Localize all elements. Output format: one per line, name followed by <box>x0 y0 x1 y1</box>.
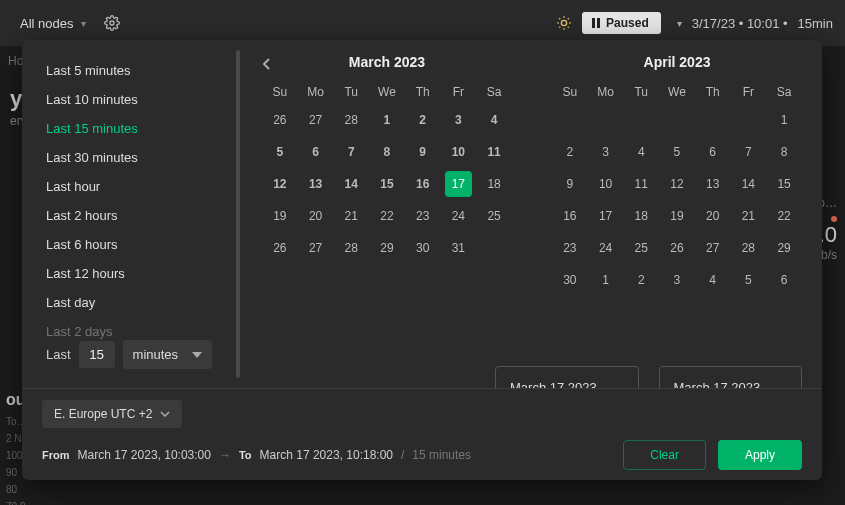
calendar-day[interactable]: 5 <box>262 136 298 168</box>
calendar-day[interactable]: 18 <box>623 200 659 232</box>
calendar-day[interactable]: 20 <box>695 200 731 232</box>
calendar-day[interactable] <box>476 232 512 264</box>
sun-icon[interactable] <box>556 15 572 31</box>
calendar-day[interactable]: 26 <box>262 104 298 136</box>
calendar-day[interactable]: 30 <box>405 232 441 264</box>
calendar-day[interactable]: 15 <box>369 168 405 200</box>
calendar-day[interactable]: 13 <box>695 168 731 200</box>
calendar-day[interactable]: 29 <box>766 232 802 264</box>
from-datetime-input[interactable]: March 17 2023, 10:03 <box>495 366 639 388</box>
calendar-day[interactable]: 8 <box>766 136 802 168</box>
calendar-day[interactable]: 19 <box>262 200 298 232</box>
calendar-day[interactable]: 21 <box>731 200 767 232</box>
calendar-day[interactable] <box>588 104 624 136</box>
calendar-day[interactable]: 28 <box>333 104 369 136</box>
calendar-day[interactable]: 12 <box>659 168 695 200</box>
calendar-day[interactable] <box>552 104 588 136</box>
calendar-day[interactable]: 3 <box>659 264 695 296</box>
preset-item[interactable]: Last 15 minutes <box>22 114 242 143</box>
preset-item[interactable]: Last hour <box>22 172 242 201</box>
calendar-day[interactable] <box>731 104 767 136</box>
calendar-day[interactable]: 9 <box>552 168 588 200</box>
preset-item[interactable]: Last 5 minutes <box>22 56 242 85</box>
calendar-day[interactable]: 26 <box>659 232 695 264</box>
chevron-down-icon[interactable]: ▾ <box>677 18 682 29</box>
calendar-day[interactable]: 10 <box>588 168 624 200</box>
calendar-day[interactable]: 7 <box>333 136 369 168</box>
calendar-day[interactable]: 10 <box>441 136 477 168</box>
calendar-day[interactable]: 22 <box>766 200 802 232</box>
calendar-day[interactable]: 13 <box>298 168 334 200</box>
timestamp-display[interactable]: 3/17/23 • 10:01 • <box>692 16 788 31</box>
calendar-day[interactable]: 2 <box>405 104 441 136</box>
preset-item[interactable]: Last day <box>22 288 242 317</box>
calendar-day[interactable]: 3 <box>441 104 477 136</box>
preset-item[interactable]: Last 30 minutes <box>22 143 242 172</box>
calendar-grid[interactable]: SuMoTuWeThFrSa12345678910111213141516171… <box>552 80 802 296</box>
calendar-day[interactable]: 1 <box>766 104 802 136</box>
calendar-day[interactable]: 28 <box>731 232 767 264</box>
calendar-day[interactable]: 18 <box>476 168 512 200</box>
calendar-day[interactable] <box>659 104 695 136</box>
calendar-day[interactable]: 19 <box>659 200 695 232</box>
gear-icon[interactable] <box>104 15 120 31</box>
calendar-day[interactable]: 9 <box>405 136 441 168</box>
calendar-day[interactable]: 6 <box>695 136 731 168</box>
last-n-unit-select[interactable]: minutes <box>123 340 213 369</box>
calendar-day[interactable]: 24 <box>441 200 477 232</box>
calendar-day[interactable]: 14 <box>333 168 369 200</box>
preset-item[interactable]: Last 12 hours <box>22 259 242 288</box>
calendar-day[interactable]: 14 <box>731 168 767 200</box>
calendar-day[interactable]: 7 <box>731 136 767 168</box>
calendar-day[interactable]: 23 <box>552 232 588 264</box>
calendar-day[interactable]: 11 <box>476 136 512 168</box>
calendar-day[interactable]: 27 <box>695 232 731 264</box>
window-display[interactable]: 15min <box>798 16 833 31</box>
calendar-day[interactable]: 15 <box>766 168 802 200</box>
clear-button[interactable]: Clear <box>623 440 706 470</box>
play-pause-button[interactable]: Paused <box>582 12 661 34</box>
calendar-day[interactable]: 2 <box>623 264 659 296</box>
preset-item[interactable]: Last 6 hours <box>22 230 242 259</box>
calendar-day[interactable]: 4 <box>476 104 512 136</box>
calendar-day[interactable] <box>695 104 731 136</box>
nodes-dropdown[interactable]: All nodes ▾ <box>12 12 94 35</box>
calendar-day[interactable]: 17 <box>588 200 624 232</box>
calendar-day[interactable]: 16 <box>405 168 441 200</box>
calendar-day[interactable]: 11 <box>623 168 659 200</box>
calendar-day[interactable]: 16 <box>552 200 588 232</box>
calendar-day[interactable]: 30 <box>552 264 588 296</box>
calendar-day[interactable]: 22 <box>369 200 405 232</box>
calendar-day[interactable]: 27 <box>298 104 334 136</box>
calendar-day[interactable]: 26 <box>262 232 298 264</box>
calendar-day[interactable]: 6 <box>766 264 802 296</box>
calendar-day[interactable]: 23 <box>405 200 441 232</box>
calendar-day[interactable]: 1 <box>588 264 624 296</box>
calendar-day[interactable] <box>623 104 659 136</box>
calendar-day[interactable]: 21 <box>333 200 369 232</box>
calendar-day[interactable]: 4 <box>623 136 659 168</box>
calendar-day[interactable]: 25 <box>476 200 512 232</box>
apply-button[interactable]: Apply <box>718 440 802 470</box>
calendar-day[interactable]: 24 <box>588 232 624 264</box>
preset-item[interactable]: Last 2 hours <box>22 201 242 230</box>
calendar-day[interactable]: 25 <box>623 232 659 264</box>
timezone-select[interactable]: E. Europe UTC +2 <box>42 400 182 428</box>
calendar-day[interactable]: 1 <box>369 104 405 136</box>
calendar-day[interactable]: 5 <box>731 264 767 296</box>
calendar-day[interactable]: 8 <box>369 136 405 168</box>
calendar-day[interactable]: 3 <box>588 136 624 168</box>
calendar-day[interactable]: 6 <box>298 136 334 168</box>
preset-item[interactable]: Last 10 minutes <box>22 85 242 114</box>
calendar-day[interactable]: 2 <box>552 136 588 168</box>
last-n-input[interactable] <box>79 341 115 368</box>
calendar-day[interactable]: 4 <box>695 264 731 296</box>
calendar-grid[interactable]: SuMoTuWeThFrSa26272812345678910111213141… <box>262 80 512 264</box>
calendar-day[interactable]: 12 <box>262 168 298 200</box>
to-datetime-input[interactable]: March 17 2023, 10:18 <box>659 366 803 388</box>
calendar-day[interactable]: 20 <box>298 200 334 232</box>
calendar-day[interactable]: 31 <box>441 232 477 264</box>
calendar-day[interactable]: 27 <box>298 232 334 264</box>
calendar-day[interactable]: 17 <box>441 168 477 200</box>
calendar-day[interactable]: 28 <box>333 232 369 264</box>
